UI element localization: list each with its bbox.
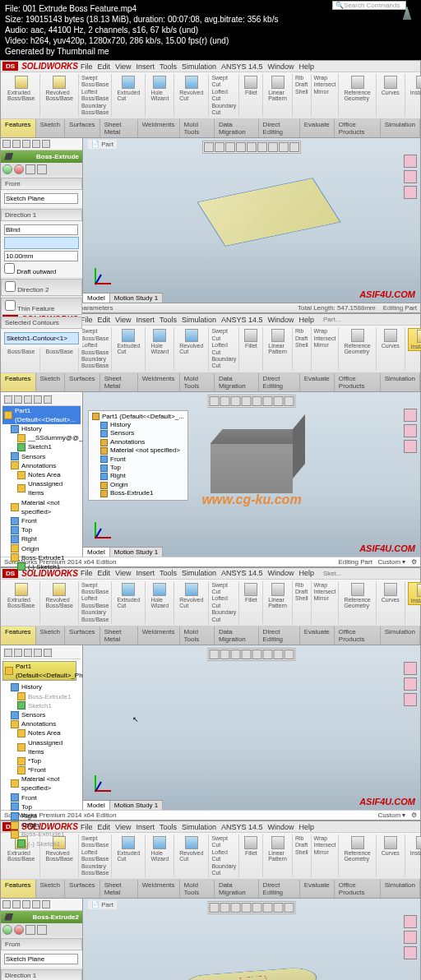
contour-list[interactable]: Sketch1-Contour<1>: [4, 332, 79, 344]
hole-wizard-button[interactable]: Hole Wizard: [148, 582, 171, 609]
menu-file[interactable]: File: [81, 62, 93, 71]
tab-weldments[interactable]: Weldments: [138, 626, 180, 645]
tree-top[interactable]: Top: [2, 525, 81, 534]
file-explorer-icon[interactable]: [404, 440, 417, 453]
pm-tab-icon[interactable]: [22, 900, 30, 908]
cancel-button[interactable]: [14, 925, 24, 935]
pm-tab-icon[interactable]: [2, 900, 11, 908]
tab-sketch[interactable]: Sketch: [36, 373, 65, 391]
scene-icon[interactable]: [285, 649, 294, 659]
pm-tab-icon[interactable]: [12, 900, 21, 908]
hole-wizard-button[interactable]: Hole Wizard: [148, 835, 171, 862]
view-icon[interactable]: [220, 903, 230, 913]
revolved-cut-button[interactable]: Revolved Cut: [177, 835, 206, 862]
menu-insert[interactable]: Insert: [136, 823, 155, 831]
tab-features[interactable]: Features: [1, 373, 36, 391]
tab-officeproducts[interactable]: Office Products: [335, 880, 381, 898]
tab-officeproducts[interactable]: Office Products: [335, 373, 381, 391]
hole-wizard-button[interactable]: Hole Wizard: [148, 75, 171, 102]
tab-features[interactable]: Features: [1, 880, 36, 898]
menu-simulation[interactable]: Simulation: [182, 823, 216, 831]
menu-help[interactable]: Help: [299, 569, 315, 577]
appearance-icon[interactable]: [274, 396, 284, 406]
rib-draft-shell[interactable]: RibDraftShell: [295, 582, 308, 603]
tree-tab-icon[interactable]: [14, 649, 22, 657]
section-icon[interactable]: [236, 142, 246, 152]
hole-wizard-button[interactable]: Hole Wizard: [148, 328, 171, 355]
design-library-icon[interactable]: [404, 424, 417, 437]
swept-lofted-boundary-cut[interactable]: Swept CutLofted CutBoundary Cut: [211, 75, 236, 116]
direction-field[interactable]: [4, 237, 79, 249]
menu-tools[interactable]: Tools: [160, 823, 177, 831]
tab-surfaces[interactable]: Surfaces: [65, 373, 100, 391]
curves-button[interactable]: Curves: [379, 75, 402, 96]
tree-tab-icon[interactable]: [4, 649, 12, 657]
tab-sketch[interactable]: Sketch: [36, 626, 65, 645]
flyout-history[interactable]: History: [92, 421, 184, 429]
menu-simulation[interactable]: Simulation: [182, 62, 216, 71]
pm-from-header[interactable]: From: [1, 938, 82, 950]
extruded-boss-button[interactable]: Extruded Boss/Base: [5, 582, 37, 609]
hide-icon[interactable]: [263, 649, 273, 659]
pm-tab-icon[interactable]: [2, 140, 11, 148]
ref-geometry-button[interactable]: Reference Geometry: [341, 582, 372, 609]
hide-icon[interactable]: [257, 142, 267, 152]
scene-icon[interactable]: [279, 142, 289, 152]
pm-tab-icon[interactable]: [42, 900, 50, 908]
revolved-cut-button[interactable]: Revolved Cut: [177, 582, 206, 609]
fillet-button[interactable]: Fillet: [242, 328, 260, 349]
orient-icon[interactable]: [252, 396, 262, 406]
tab-evaluate[interactable]: Evaluate: [300, 880, 335, 898]
view-icon[interactable]: [215, 142, 224, 152]
instant3d-button-active[interactable]: Instant3D: [408, 582, 421, 605]
menu-ansys[interactable]: ANSYS 14.5: [221, 569, 263, 577]
tab-evaluate[interactable]: Evaluate: [300, 373, 335, 391]
menu-window[interactable]: Window: [268, 62, 294, 71]
menu-tools[interactable]: Tools: [160, 569, 177, 577]
menu-tools[interactable]: Tools: [160, 316, 177, 324]
menu-ansys[interactable]: ANSYS 14.5: [221, 62, 263, 71]
preview-button[interactable]: [25, 164, 35, 174]
zoom-icon[interactable]: [210, 649, 220, 659]
ref-geometry-button[interactable]: Reference Geometry: [341, 75, 372, 102]
tab-moldtools[interactable]: Mold Tools: [180, 880, 215, 898]
menu-tools[interactable]: Tools: [160, 62, 177, 71]
graphics-area[interactable]: ↖ ASIF4U.COM ModelMotion Study 1: [83, 645, 420, 810]
swept-lofted-boundary-cut[interactable]: Swept CutLofted CutBoundary Cut: [211, 835, 236, 876]
menu-insert[interactable]: Insert: [136, 569, 155, 577]
menu-edit[interactable]: Edit: [98, 823, 111, 831]
tree-tab-icon[interactable]: [44, 395, 52, 404]
tab-datamigration[interactable]: Data Migration: [215, 373, 259, 391]
flyout-sensors[interactable]: Sensors: [92, 429, 184, 437]
fillet-button[interactable]: Fillet: [242, 75, 260, 96]
hide-icon[interactable]: [263, 396, 273, 406]
menu-insert[interactable]: Insert: [136, 62, 155, 71]
tree-sensors[interactable]: Sensors: [2, 452, 81, 461]
tab-simulation[interactable]: Simulation: [381, 880, 420, 898]
appearance-icon[interactable]: [274, 649, 284, 659]
menu-ansys[interactable]: ANSYS 14.5: [221, 316, 263, 324]
curves-button[interactable]: Curves: [379, 328, 402, 349]
display-icon[interactable]: [231, 396, 241, 406]
tree-material[interactable]: Material <not specified>: [2, 774, 81, 793]
zoom-icon[interactable]: [210, 903, 220, 913]
tab-surfaces[interactable]: Surfaces: [65, 119, 100, 137]
tab-model[interactable]: Model: [83, 801, 110, 810]
tree-boss-extrude1[interactable]: Boss-Extrude1: [2, 553, 81, 562]
menu-window[interactable]: Window: [268, 569, 294, 577]
rib-draft-shell[interactable]: RibDraftShell: [295, 835, 308, 856]
pm-tab-icon[interactable]: [32, 140, 40, 148]
menu-view[interactable]: View: [115, 569, 131, 577]
sw-resources-icon[interactable]: [404, 915, 417, 928]
linear-pattern-button[interactable]: Linear Pattern: [266, 582, 289, 609]
tab-features[interactable]: Features: [1, 119, 36, 137]
revolved-boss-button[interactable]: Revolved Boss/Base: [43, 75, 75, 102]
tab-sheetmetal[interactable]: Sheet Metal: [100, 373, 138, 391]
tab-features[interactable]: Features: [1, 626, 36, 645]
extruded-cut-button[interactable]: Extruded Cut: [114, 75, 142, 102]
tab-sheetmetal[interactable]: Sheet Metal: [100, 626, 138, 645]
menu-view[interactable]: View: [115, 316, 131, 324]
tab-directediting[interactable]: Direct Editing: [259, 373, 300, 391]
tree-sensors[interactable]: Sensors: [2, 710, 81, 719]
tree-root[interactable]: Part1 (Default<<Default>...: [2, 406, 81, 424]
